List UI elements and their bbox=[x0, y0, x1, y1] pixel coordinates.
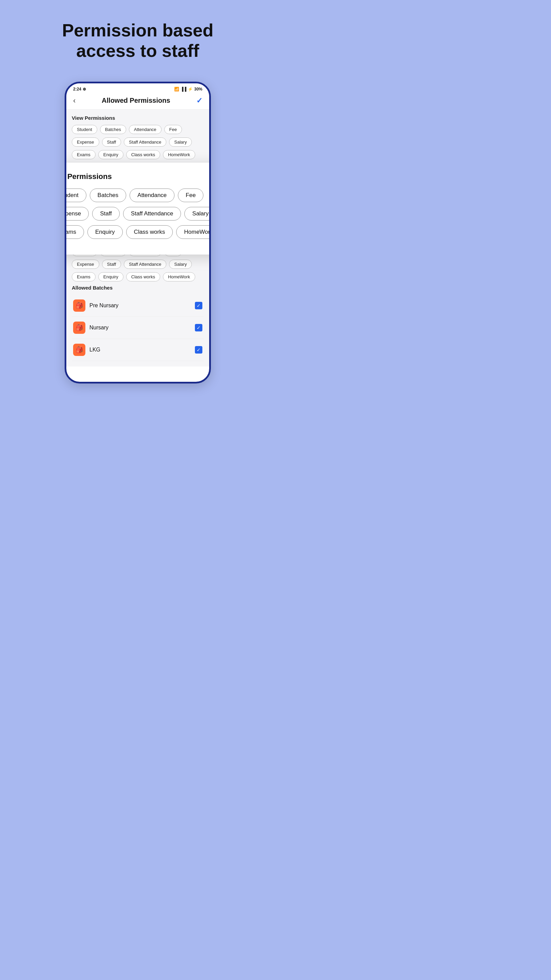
app-header: ‹ Allowed Permissions ✓ bbox=[66, 93, 209, 110]
add-perm-row-3: Exams Enquiry Class works HomeWork bbox=[66, 225, 209, 239]
add-permissions-card: Add Permissions Student Batches Attendan… bbox=[66, 163, 209, 255]
view-chip-attendance[interactable]: Attendance bbox=[129, 125, 162, 134]
view-perm-row-1: Student Batches Attendance Fee bbox=[72, 125, 204, 134]
view-chip-salary[interactable]: Salary bbox=[169, 137, 192, 147]
add-chip-staff[interactable]: Staff bbox=[92, 207, 120, 221]
allowed-batches-label: Allowed Batches bbox=[72, 285, 204, 291]
allowed-batches-section: Allowed Batches 🎒 Pre Nursary ✓ 🎒 Nu bbox=[72, 285, 204, 361]
view-chip-batches[interactable]: Batches bbox=[100, 125, 126, 134]
add-permissions-title: Add Permissions bbox=[66, 172, 209, 181]
add-chip-attendance[interactable]: Attendance bbox=[130, 189, 175, 202]
view-chip-homework[interactable]: HomeWork bbox=[163, 150, 195, 159]
hero-title: Permission based access to staff bbox=[36, 21, 240, 61]
phone-mockup: 2:24 ⊕ 📶 ▐▐ ⚡ 30% ‹ Allowed Permissions … bbox=[65, 82, 211, 383]
status-icons: 📶 ▐▐ ⚡ 30% bbox=[174, 87, 202, 92]
edit-chip-expense[interactable]: Expense bbox=[72, 259, 99, 269]
batch-icon-prenursary: 🎒 bbox=[73, 299, 86, 312]
edit-chip-enquiry[interactable]: Enquiry bbox=[98, 272, 124, 282]
view-chip-student[interactable]: Student bbox=[72, 125, 97, 134]
add-chip-batches[interactable]: Batches bbox=[90, 189, 126, 202]
add-chip-salary[interactable]: Salary bbox=[184, 207, 209, 221]
lightning-icon: ⚡ bbox=[188, 87, 193, 92]
batch-name-lkg: LKG bbox=[89, 347, 100, 353]
batch-icon-lkg: 🎒 bbox=[73, 344, 86, 356]
view-chip-enquiry[interactable]: Enquiry bbox=[98, 150, 124, 159]
location-icon: ⊕ bbox=[83, 87, 86, 92]
add-perm-row-1: Student Batches Attendance Fee bbox=[66, 189, 209, 202]
side-button bbox=[210, 138, 211, 158]
batch-item-prenursary[interactable]: 🎒 Pre Nursary ✓ bbox=[72, 295, 204, 317]
edit-perm-row-3: Exams Enquiry Class works HomeWork bbox=[72, 272, 204, 282]
phone-inner: View Permissions Student Batches Attenda… bbox=[66, 110, 209, 382]
view-chip-expense[interactable]: Expense bbox=[72, 137, 99, 147]
add-chip-enquiry[interactable]: Enquiry bbox=[87, 225, 123, 239]
phone-content: View Permissions Student Batches Attenda… bbox=[66, 110, 209, 366]
add-perm-container: Add Permissions Student Batches Attendan… bbox=[72, 163, 204, 244]
signal-icon: ▐▐ bbox=[181, 87, 186, 92]
batch-checkbox-prenursary[interactable]: ✓ bbox=[195, 302, 202, 309]
view-chip-staff-attendance[interactable]: Staff Attendance bbox=[124, 137, 166, 147]
add-chip-student[interactable]: Student bbox=[66, 189, 86, 202]
batch-name-prenursary: Pre Nursary bbox=[89, 302, 118, 309]
edit-chip-homework[interactable]: HomeWork bbox=[163, 272, 195, 282]
page-title: Allowed Permissions bbox=[102, 97, 170, 105]
batch-name-nursary: Nursary bbox=[89, 325, 108, 331]
view-perm-row-2: Expense Staff Staff Attendance Salary bbox=[72, 137, 204, 147]
wifi-icon: 📶 bbox=[174, 87, 179, 92]
back-button[interactable]: ‹ bbox=[73, 96, 76, 105]
add-perm-row-2: Expense Staff Staff Attendance Salary bbox=[66, 207, 209, 221]
batch-icon-nursary: 🎒 bbox=[73, 321, 86, 334]
add-chip-staff-attendance[interactable]: Staff Attendance bbox=[123, 207, 181, 221]
add-chip-classworks[interactable]: Class works bbox=[126, 225, 173, 239]
edit-chip-staff[interactable]: Staff bbox=[102, 259, 121, 269]
view-permissions-label: View Permissions bbox=[72, 115, 204, 121]
add-chip-homework[interactable]: HomeWork bbox=[176, 225, 209, 239]
scroll-content: View Permissions Student Batches Attenda… bbox=[66, 110, 209, 366]
edit-chip-staff-attendance[interactable]: Staff Attendance bbox=[124, 259, 166, 269]
batch-checkbox-lkg[interactable]: ✓ bbox=[195, 346, 202, 353]
status-time: 2:24 ⊕ bbox=[73, 87, 86, 92]
view-chip-classworks[interactable]: Class works bbox=[126, 150, 160, 159]
view-chip-exams[interactable]: Exams bbox=[72, 150, 95, 159]
add-chip-expense[interactable]: Expense bbox=[66, 207, 89, 221]
edit-chip-salary[interactable]: Salary bbox=[169, 259, 192, 269]
confirm-button[interactable]: ✓ bbox=[196, 96, 202, 105]
add-chip-fee[interactable]: Fee bbox=[178, 189, 203, 202]
view-perm-row-3: Exams Enquiry Class works HomeWork bbox=[72, 150, 204, 159]
edit-chip-exams[interactable]: Exams bbox=[72, 272, 95, 282]
batch-item-nursary[interactable]: 🎒 Nursary ✓ bbox=[72, 317, 204, 339]
view-chip-fee[interactable]: Fee bbox=[164, 125, 182, 134]
batch-item-lkg[interactable]: 🎒 LKG ✓ bbox=[72, 339, 204, 361]
view-chip-staff[interactable]: Staff bbox=[102, 137, 121, 147]
status-bar: 2:24 ⊕ 📶 ▐▐ ⚡ 30% bbox=[66, 83, 209, 93]
add-chip-exams[interactable]: Exams bbox=[66, 225, 84, 239]
phone-frame: 2:24 ⊕ 📶 ▐▐ ⚡ 30% ‹ Allowed Permissions … bbox=[65, 82, 211, 383]
edit-chip-classworks[interactable]: Class works bbox=[126, 272, 160, 282]
batch-checkbox-nursary[interactable]: ✓ bbox=[195, 324, 202, 331]
battery-text: 30% bbox=[194, 87, 202, 92]
edit-perm-row-2: Expense Staff Staff Attendance Salary bbox=[72, 259, 204, 269]
